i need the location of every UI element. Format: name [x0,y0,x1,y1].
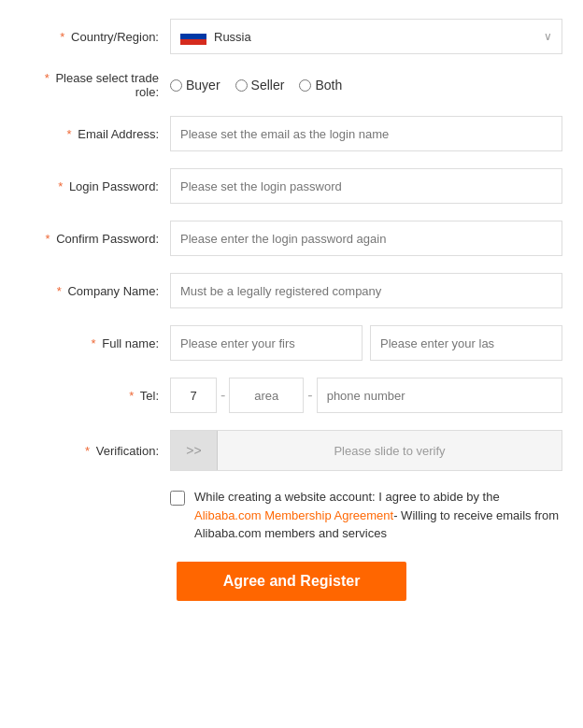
verify-arrows-button[interactable]: >> [171,430,218,471]
name-inputs-group [170,325,562,361]
registration-form: * Country/Region: Russia ∨ * Please sele… [21,19,562,601]
tel-label: * Tel: [21,389,170,403]
both-radio-option[interactable]: Both [299,78,342,93]
email-label: * Email Address: [21,127,170,141]
tel-row: * Tel: - - [21,378,562,413]
country-dropdown[interactable]: Russia ∨ [170,19,562,54]
password-label: * Login Password: [21,179,170,193]
buyer-radio[interactable] [170,79,182,92]
russia-flag-icon [180,28,206,45]
required-star: * [57,284,62,298]
firstname-input[interactable] [170,325,363,361]
agreement-checkbox[interactable] [170,491,185,506]
email-input[interactable] [170,116,562,151]
tel-inputs-group: - - [170,378,562,413]
seller-label: Seller [251,78,285,93]
required-star: * [67,127,72,141]
membership-agreement-link[interactable]: Alibaba.com Membership Agreement [194,508,393,522]
tel-country-code-input[interactable] [170,378,217,413]
tel-number-input[interactable] [317,378,562,413]
lastname-input[interactable] [370,325,562,361]
required-star: * [45,71,50,85]
company-input[interactable] [170,273,562,308]
trade-role-row: * Please select trade role: Buyer Seller… [21,71,562,99]
fullname-row: * Full name: [21,325,562,361]
required-star: * [58,179,63,193]
agreement-row: While creating a website account: I agre… [170,488,562,543]
required-star: * [60,30,64,44]
buyer-label: Buyer [186,78,220,93]
verification-row: * Verification: >> Please slide to verif… [21,430,562,471]
verification-slider[interactable]: >> Please slide to verify [170,430,562,471]
email-row: * Email Address: [21,116,562,151]
seller-radio-option[interactable]: Seller [235,78,285,93]
agreement-text: While creating a website account: I agre… [194,488,562,543]
required-star: * [129,389,134,403]
country-label: * Country/Region: [21,30,170,44]
country-value: Russia [214,30,251,44]
country-select-left: Russia [180,28,251,45]
tel-area-input[interactable] [229,378,304,413]
verify-arrows-icon: >> [186,443,201,458]
both-label: Both [315,78,342,93]
tel-separator-2: - [304,387,316,404]
confirm-password-row: * Confirm Password: [21,221,562,256]
tel-separator-1: - [217,387,229,404]
verify-slide-text: Please slide to verify [218,444,562,458]
trade-role-group: Buyer Seller Both [170,78,342,93]
buyer-radio-option[interactable]: Buyer [170,78,220,93]
confirm-label: * Confirm Password: [21,232,170,246]
register-btn-row: Agree and Register [21,562,562,601]
both-radio[interactable] [299,79,311,92]
company-label: * Company Name: [21,284,170,298]
required-star: * [85,444,90,458]
company-row: * Company Name: [21,273,562,308]
agreement-text-before: While creating a website account: I agre… [194,490,500,504]
chevron-down-icon: ∨ [544,30,552,43]
fullname-label: * Full name: [21,336,170,350]
required-star: * [92,336,96,350]
country-row: * Country/Region: Russia ∨ [21,19,562,54]
password-row: * Login Password: [21,168,562,204]
password-input[interactable] [170,168,562,204]
trade-role-label: * Please select trade role: [21,71,170,99]
seller-radio[interactable] [235,79,248,92]
register-button[interactable]: Agree and Register [177,562,407,601]
verification-label: * Verification: [21,444,170,458]
required-star: * [46,232,50,246]
confirm-password-input[interactable] [170,221,562,256]
